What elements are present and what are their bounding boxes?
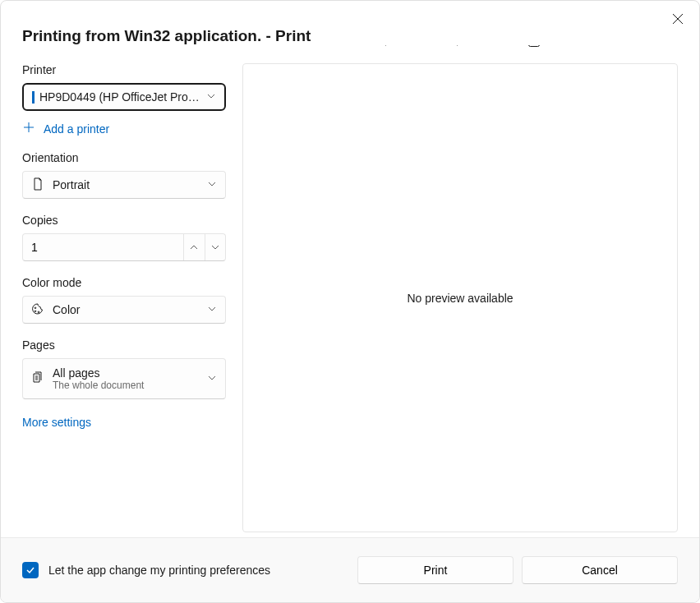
orientation-selected: Portrait bbox=[53, 178, 200, 191]
plus-icon bbox=[22, 121, 35, 136]
add-printer-label: Add a printer bbox=[44, 122, 109, 136]
preview-area: No preview available bbox=[242, 63, 678, 532]
copies-stepper[interactable] bbox=[22, 233, 226, 261]
fullscreen-icon bbox=[528, 45, 540, 47]
triangle-right-icon bbox=[454, 45, 463, 47]
pages-selected: All pages bbox=[53, 366, 200, 380]
color-mode-label: Color mode bbox=[22, 276, 226, 289]
add-printer-link[interactable]: Add a printer bbox=[22, 121, 226, 136]
dialog-title: Printing from Win32 application. - Print bbox=[22, 9, 311, 45]
pages-icon bbox=[31, 371, 44, 387]
copies-label: Copies bbox=[22, 214, 226, 227]
chevron-down-icon bbox=[210, 242, 220, 252]
color-mode-selected: Color bbox=[53, 303, 200, 316]
preview-fullscreen-button[interactable] bbox=[528, 45, 540, 49]
chevron-up-icon bbox=[189, 242, 199, 252]
preview-prev-button[interactable] bbox=[380, 45, 389, 49]
close-button[interactable] bbox=[668, 9, 688, 29]
no-preview-text: No preview available bbox=[407, 292, 513, 305]
chevron-down-icon bbox=[207, 303, 217, 316]
palette-icon bbox=[31, 302, 44, 318]
print-button[interactable]: Print bbox=[357, 556, 513, 584]
pages-label: Pages bbox=[22, 338, 226, 352]
check-icon bbox=[25, 565, 35, 575]
preview-next-button[interactable] bbox=[454, 45, 463, 49]
preview-panel: No preview available bbox=[242, 63, 678, 537]
chevron-down-icon bbox=[207, 372, 217, 385]
chevron-down-icon bbox=[207, 178, 217, 191]
pages-subtitle: The whole document bbox=[53, 380, 200, 391]
printer-label: Printer bbox=[22, 63, 226, 76]
settings-panel: Printer HP9D0449 (HP OfficeJet Pro 9010 … bbox=[22, 63, 242, 537]
portrait-icon bbox=[31, 177, 44, 193]
copies-input[interactable] bbox=[23, 241, 183, 254]
color-mode-dropdown[interactable]: Color bbox=[22, 296, 226, 324]
chevron-down-icon bbox=[206, 90, 216, 104]
cancel-button[interactable]: Cancel bbox=[522, 556, 678, 584]
focus-indicator bbox=[32, 91, 35, 104]
close-icon bbox=[672, 13, 684, 25]
preferences-checkbox[interactable] bbox=[22, 562, 39, 578]
svg-rect-0 bbox=[529, 45, 540, 47]
printer-selected: HP9D0449 (HP OfficeJet Pro 9010 se bbox=[39, 90, 200, 104]
copies-down-button[interactable] bbox=[205, 234, 226, 260]
copies-up-button[interactable] bbox=[183, 234, 205, 260]
printer-dropdown[interactable]: HP9D0449 (HP OfficeJet Pro 9010 se bbox=[22, 83, 226, 111]
orientation-dropdown[interactable]: Portrait bbox=[22, 171, 226, 199]
triangle-left-icon bbox=[380, 45, 389, 47]
more-settings-link[interactable]: More settings bbox=[22, 416, 226, 429]
preferences-checkbox-label: Let the app change my printing preferenc… bbox=[48, 564, 270, 577]
preview-nav bbox=[242, 45, 678, 53]
pages-dropdown[interactable]: All pages The whole document bbox=[22, 358, 226, 399]
orientation-label: Orientation bbox=[22, 151, 226, 164]
